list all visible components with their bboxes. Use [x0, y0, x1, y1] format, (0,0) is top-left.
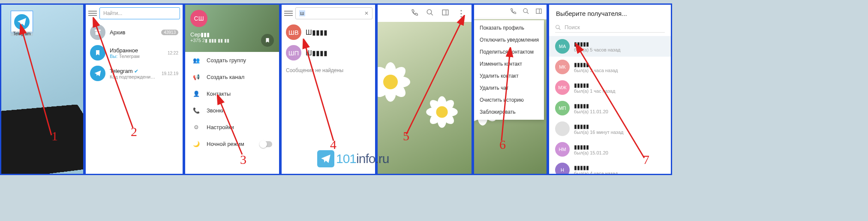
svg-rect-2 [442, 10, 448, 15]
ctx-mute[interactable]: Отключить уведомления [474, 34, 544, 46]
search-icon[interactable] [426, 9, 434, 18]
verified-icon: ✔ [134, 68, 138, 74]
telegram-title: Telegram ✔ [110, 68, 157, 74]
context-menu: Показать профиль Отключить уведомления П… [474, 20, 544, 120]
contact-status: был(а) 4 часа назад [574, 171, 618, 176]
shortcut-label: Telegram [11, 31, 33, 36]
contact-row[interactable]: Н ▮▮▮▮▮ был(а) 4 часа назад [549, 160, 671, 175]
contact-avatar: МП [555, 101, 570, 115]
call-icon[interactable] [411, 9, 418, 18]
contact-name: ▮▮▮▮▮ [574, 144, 608, 150]
ctx-share-contact[interactable]: Поделиться контактом [474, 46, 544, 58]
saved-time: 12:22 [168, 51, 178, 55]
telegram-date: 19.12.19 [162, 71, 178, 76]
ctx-show-profile[interactable]: Показать профиль [474, 22, 544, 34]
contact-name: ▮▮▮▮▮ [574, 164, 618, 171]
chat-toolbar [474, 5, 547, 19]
search-input[interactable]: Найти... [99, 7, 180, 19]
no-messages-label: Сообщения не найдены [282, 63, 375, 78]
chat-background [378, 5, 472, 174]
contact-name: ▮▮▮▮▮ [574, 41, 620, 47]
svg-line-9 [559, 28, 561, 30]
telegram-avatar [90, 66, 105, 81]
panel-desktop: Telegram [0, 3, 84, 175]
saved-messages-row[interactable]: Избранное Вы: Телеграм 12:22 [86, 42, 183, 63]
person-icon: 👤 [192, 91, 201, 97]
search-icon[interactable] [523, 8, 529, 16]
ctx-clear-history[interactable]: Очистить историю [474, 94, 544, 106]
contact-status: был(а) 16 минут назад [574, 130, 623, 135]
saved-messages-button[interactable] [261, 34, 274, 47]
panel-chatlist: Найти... Архив 43913 Избранное Вы: Телег… [84, 3, 184, 175]
saved-preview: Вы: Телеграм [110, 54, 163, 59]
chat-toolbar: ⋮ [378, 5, 472, 22]
moon-icon: 🌙 [192, 141, 201, 147]
archive-label: Архив [110, 29, 157, 36]
picker-title: Выберите получателя... [549, 5, 671, 22]
menu-night-mode[interactable]: 🌙Ночной режим [185, 136, 279, 152]
hamburger-button[interactable] [88, 11, 97, 16]
contact-status: был(а) 3 часа назад [574, 68, 618, 73]
search-input-filled[interactable]: ш ✕ [295, 7, 372, 19]
menu-contacts[interactable]: 👤Контакты [185, 85, 279, 102]
contact-name: ▮▮▮▮▮ [574, 82, 615, 88]
contact-row[interactable]: ▮▮▮▮▮ был(а) 16 минут назад [549, 118, 671, 139]
gear-icon: ⚙ [192, 124, 201, 130]
svg-point-4 [523, 9, 527, 12]
menu-calls[interactable]: 📞Звонки [185, 102, 279, 119]
night-toggle[interactable] [259, 141, 272, 147]
bookmark-icon [90, 45, 105, 61]
clear-search-icon[interactable]: ✕ [364, 10, 369, 16]
menu-new-channel[interactable]: 📢Создать канал [185, 69, 279, 85]
contact-status: был(а) 11.01.20 [574, 109, 608, 114]
search-result-2[interactable]: ШП Ш▮▮▮▮ [282, 42, 375, 63]
contact-avatar [555, 121, 570, 136]
group-icon: 👥 [192, 57, 201, 64]
search-result-1[interactable]: ШВ Ш▮▮▮▮ [282, 22, 375, 42]
panel-chat-header: — ◻ ✕ ⋮ [376, 3, 473, 175]
archive-row[interactable]: Архив 43913 [86, 22, 183, 42]
contact-row[interactable]: НМ ▮▮▮▮▮ был(а) 15.01.20 [549, 139, 671, 160]
contact-row[interactable]: МК ▮▮▮▮▮ был(а) 3 часа назад [549, 57, 671, 77]
menu-header: СШ Сер▮▮▮ +375 2▮ ▮▮▮ ▮▮ ▮▮ [185, 5, 279, 52]
panel-recipient-picker: Выберите получателя... Поиск МА ▮▮▮▮▮ бы… [548, 3, 672, 175]
ctx-delete-contact[interactable]: Удалить контакт [474, 70, 544, 82]
picker-search[interactable]: Поиск [555, 22, 665, 33]
telegram-preview: Код подтверждения: 1… [110, 74, 157, 79]
hamburger-button[interactable] [284, 11, 293, 16]
svg-line-5 [527, 12, 529, 14]
ctx-block[interactable]: Заблокировать [474, 106, 544, 118]
user-avatar[interactable]: СШ [190, 10, 207, 27]
contact-avatar: МЖ [555, 80, 570, 95]
ctx-edit-contact[interactable]: Изменить контакт [474, 58, 544, 70]
telegram-row[interactable]: Telegram ✔ Код подтверждения: 1… 19.12.1… [86, 63, 183, 84]
user-name: Сер▮▮▮ [190, 31, 274, 38]
result-name: Ш▮▮▮▮ [306, 49, 327, 57]
contact-avatar: МА [555, 39, 570, 54]
contact-row[interactable]: МП ▮▮▮▮▮ был(а) 11.01.20 [549, 98, 671, 118]
menu-settings[interactable]: ⚙Настройки [185, 119, 279, 136]
ctx-delete-chat[interactable]: Удалить чат [474, 82, 544, 94]
call-icon[interactable] [510, 8, 517, 16]
contact-name: ▮▮▮▮▮ [574, 61, 618, 68]
archive-icon [90, 24, 105, 40]
sidepanel-icon[interactable] [535, 8, 542, 16]
contact-status: был(а) 15.01.20 [574, 150, 608, 155]
contact-row[interactable]: МА ▮▮▮▮▮ был(а) 5 часов назад [549, 36, 671, 57]
sidepanel-icon[interactable] [442, 9, 449, 18]
panel-context-menu: Показать профиль Отключить уведомления П… [473, 3, 548, 175]
megaphone-icon: 📢 [192, 74, 201, 80]
result-name: Ш▮▮▮▮ [306, 28, 327, 36]
more-icon[interactable]: ⋮ [457, 8, 466, 18]
contact-name: ▮▮▮▮▮ [574, 123, 623, 130]
contact-avatar: НМ [555, 142, 570, 157]
menu-new-group[interactable]: 👥Создать группу [185, 52, 279, 69]
saved-title: Избранное [110, 47, 163, 54]
telegram-desktop-shortcut[interactable] [11, 11, 33, 33]
svg-point-8 [556, 25, 559, 28]
result-avatar: ШП [286, 45, 301, 61]
contact-row[interactable]: МЖ ▮▮▮▮▮ был(а) 1 час назад [549, 77, 671, 98]
panel-search-results: ш ✕ ШВ Ш▮▮▮▮ ШП Ш▮▮▮▮ Сообщения не найде… [280, 3, 376, 175]
contact-avatar: Н [555, 163, 570, 175]
svg-line-1 [431, 13, 433, 15]
